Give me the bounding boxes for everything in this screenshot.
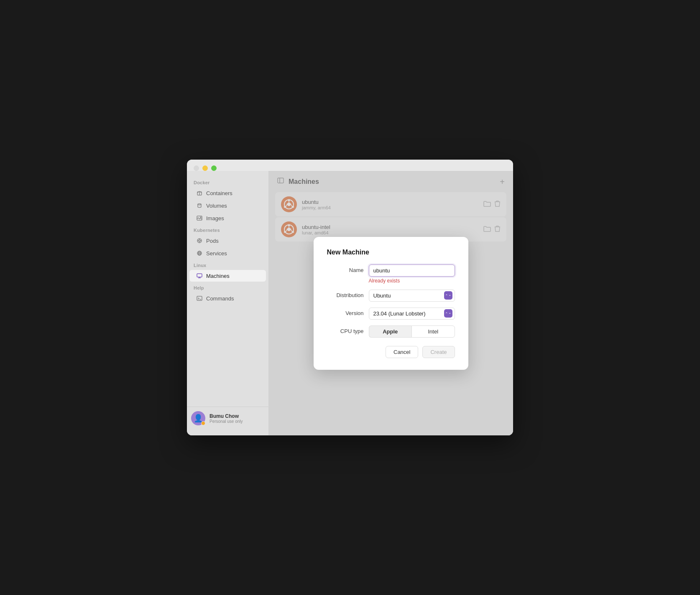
images-label: Images (206, 215, 224, 221)
app-body: Docker Containers (187, 171, 513, 435)
name-field: Already exists (369, 264, 455, 284)
sidebar-item-volumes[interactable]: Volumes (189, 200, 266, 211)
name-label: Name (327, 264, 364, 273)
user-info: Bumu Chow Personal use only (209, 413, 243, 424)
dialog-title: New Machine (327, 249, 455, 256)
cylinder-icon (196, 202, 203, 209)
kubernetes-section-label: Kubernetes (187, 224, 268, 234)
title-bar (187, 160, 513, 171)
name-input[interactable] (369, 264, 455, 277)
distribution-field: Ubuntu (369, 290, 455, 302)
globe-icon (196, 250, 203, 257)
dialog-overlay: New Machine Name Already exists Distribu… (268, 171, 513, 435)
services-label: Services (206, 250, 227, 257)
svg-rect-15 (197, 274, 202, 277)
docker-section-label: Docker (187, 177, 268, 187)
version-form-row: Version 23.04 (Lunar Lobster) (327, 308, 455, 320)
minimize-button[interactable] (202, 165, 208, 171)
commands-label: Commands (206, 295, 234, 302)
avatar-badge (201, 421, 205, 425)
linux-section-label: Linux (187, 259, 268, 270)
cpu-type-label: CPU type (327, 325, 364, 334)
sidebar: Docker Containers (187, 171, 268, 435)
svg-point-1 (198, 204, 201, 205)
main-content: Machines + (268, 171, 513, 435)
cube-icon (196, 190, 203, 196)
version-select[interactable]: 23.04 (Lunar Lobster) (369, 308, 455, 320)
sidebar-item-services[interactable]: Services (189, 247, 266, 259)
distribution-form-row: Distribution Ubuntu (327, 290, 455, 302)
avatar: 👤 (191, 411, 205, 425)
cpu-type-form-row: CPU type Apple Intel (327, 325, 455, 338)
svg-point-3 (200, 217, 201, 218)
maximize-button[interactable] (211, 165, 217, 171)
monitor-icon (196, 272, 203, 279)
sidebar-item-pods[interactable]: Pods (189, 235, 266, 247)
machines-label: Machines (206, 273, 230, 279)
containers-label: Containers (206, 190, 232, 196)
user-profile[interactable]: 👤 Bumu Chow Personal use only (187, 407, 268, 430)
user-name: Bumu Chow (209, 413, 243, 419)
cancel-button[interactable]: Cancel (386, 346, 418, 358)
version-label: Version (327, 308, 364, 316)
cpu-intel-button[interactable]: Intel (411, 325, 455, 338)
sidebar-item-images[interactable]: Images (189, 212, 266, 224)
svg-point-5 (199, 240, 200, 242)
user-plan: Personal use only (209, 419, 243, 424)
sidebar-item-containers[interactable]: Containers (189, 187, 266, 199)
svg-rect-16 (197, 296, 202, 300)
distribution-label: Distribution (327, 290, 364, 298)
distribution-select[interactable]: Ubuntu (369, 290, 455, 302)
create-button[interactable]: Create (422, 346, 455, 358)
pods-label: Pods (206, 238, 219, 244)
pods-icon (196, 237, 203, 244)
terminal-icon (196, 295, 203, 302)
image-icon (196, 215, 203, 221)
cpu-toggle: Apple Intel (369, 325, 455, 338)
close-button[interactable] (194, 165, 199, 171)
dialog-actions: Cancel Create (327, 346, 455, 358)
sidebar-item-commands[interactable]: Commands (189, 292, 266, 304)
new-machine-dialog: New Machine Name Already exists Distribu… (314, 237, 468, 370)
app-window: Docker Containers (187, 160, 513, 435)
name-form-row: Name Already exists (327, 264, 455, 284)
volumes-label: Volumes (206, 203, 227, 209)
help-section-label: Help (187, 282, 268, 292)
cpu-apple-button[interactable]: Apple (369, 325, 412, 338)
name-error: Already exists (369, 278, 455, 284)
sidebar-item-machines[interactable]: Machines (189, 270, 266, 282)
version-field: 23.04 (Lunar Lobster) (369, 308, 455, 320)
